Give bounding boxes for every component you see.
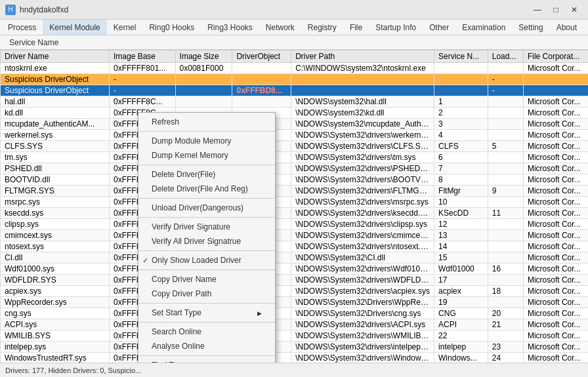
menu-item-registry[interactable]: Registry	[301, 20, 343, 35]
table-cell: CLFS	[434, 141, 488, 152]
context-menu-item-verify-driver-signature[interactable]: Verify Driver Signature	[138, 220, 275, 234]
table-row[interactable]: PSHED.dll0xFFFFF8C...\NDOWS\System32\dri…	[1, 163, 589, 174]
table-cell: 0xFFFBD8...	[232, 85, 291, 96]
menu-item-setting[interactable]: Setting	[512, 20, 549, 35]
table-cell: Suspicious DriverObject	[1, 74, 110, 85]
table-cell	[488, 275, 523, 286]
table-cell: ntosext.sys	[1, 241, 110, 252]
table-row[interactable]: WindowsTrustedRT.sys0xFFFFF8C...\NDOWS\S…	[1, 353, 589, 363]
context-menu-item-refresh[interactable]: Refresh	[138, 115, 275, 129]
menu-item-kernel[interactable]: Kernel	[107, 20, 143, 35]
menu-item-examination[interactable]: Examination	[455, 20, 512, 35]
table-cell: Suspicious DriverObject	[1, 85, 110, 96]
table-row[interactable]: ksecdd.sys0xFFFFF8C...\NDOWS\System32\dr…	[1, 208, 589, 219]
context-menu-item-delete-driver-file-[interactable]: Delete Driver(File)	[138, 167, 275, 182]
table-cell: tm.sys	[1, 152, 110, 163]
table-cell: \NDOWS\System32\drivers\WindowsTrustedRT…	[291, 353, 434, 363]
col-header-image-size[interactable]: Image Size	[175, 50, 232, 63]
menu-item-startup-info[interactable]: Startup Info	[369, 20, 423, 35]
table-row[interactable]: cng.sys0xFFFFF8C...\NDOWS\System32\Drive…	[1, 308, 589, 319]
context-menu-item-find-target[interactable]: Find Target	[138, 358, 275, 363]
table-cell: 6	[434, 152, 488, 163]
table-row[interactable]: CLFS.SYS0xFFFFF8C...\NDOWS\System32\driv…	[1, 141, 589, 152]
menu-item-about[interactable]: About	[550, 20, 583, 35]
table-row[interactable]: Suspicious DriverObject--	[1, 74, 589, 85]
table-cell: 21	[488, 319, 523, 330]
table-cell: PSHED.dll	[1, 163, 110, 174]
table-row[interactable]: kd.dll0xFFFFF8C...\NDOWS\system32\kd.dll…	[1, 108, 589, 119]
table-row[interactable]: FLTMGR.SYS0xFFFFF8C...\NDOWS\System32\dr…	[1, 186, 589, 197]
col-header-file-corporat-[interactable]: File Corporat...	[523, 50, 588, 63]
table-row[interactable]: acpiex.sys0xFFFFF8C...\NDOWS\System32\dr…	[1, 286, 589, 297]
menu-item-file[interactable]: File	[343, 20, 369, 35]
menu-item-other[interactable]: Other	[423, 20, 455, 35]
table-row[interactable]: ACPI.sys0xFFFFF8C...\NDOWS\System32\driv…	[1, 319, 589, 330]
minimize-button[interactable]: —	[529, 3, 546, 16]
context-menu-item-search-online[interactable]: Search Online	[138, 325, 275, 339]
col-header-driver-name[interactable]: Driver Name	[1, 50, 110, 63]
table-scroll[interactable]: Driver NameImage BaseImage SizeDriverObj…	[0, 50, 588, 363]
maximize-button[interactable]: □	[547, 3, 564, 16]
table-row[interactable]: WppRecorder.sys0xFFFFF8C...\NDOWS\System…	[1, 297, 589, 308]
menu-item-network[interactable]: Network	[259, 20, 301, 35]
table-row[interactable]: Wdf01000.sys0xFFFFF8C...\NDOWS\System32\…	[1, 264, 589, 275]
sub-menu-item-service-name[interactable]: Service Name	[1, 35, 66, 49]
table-row[interactable]: WDFLDR.SYS0xFFFFF8C...\NDOWS\System32\dr…	[1, 275, 589, 286]
table-row[interactable]: mcupdate_AuthenticAM...0xFFFFF8C...\NDOW…	[1, 119, 589, 130]
col-header-driverobject[interactable]: DriverObject	[232, 50, 291, 63]
menu-item-process[interactable]: Process	[1, 20, 43, 35]
table-cell: Microsoft Cor...	[523, 275, 588, 286]
driver-table: Driver NameImage BaseImage SizeDriverObj…	[0, 50, 588, 363]
menu-item-ring0-hooks[interactable]: Ring0 Hooks	[142, 20, 201, 35]
context-menu-separator	[138, 322, 275, 323]
context-menu-item-unload-driver-dangerous-[interactable]: Unload Driver(Dangerous)	[138, 201, 275, 215]
table-row[interactable]: intelpep.sys0xFFFFF8C...\NDOWS\System32\…	[1, 342, 589, 353]
table-row[interactable]: BOOTVID.dll0xFFFFF8C...\NDOWS\System32\d…	[1, 174, 589, 186]
context-menu-item-analyse-online[interactable]: Analyse Online	[138, 339, 275, 353]
context-menu-item-copy-driver-name[interactable]: Copy Driver Name	[138, 272, 275, 287]
context-menu-item-dump-kernel-memory[interactable]: Dump Kernel Memory	[138, 148, 275, 163]
menu-item-kernel-module[interactable]: Kernel Module	[43, 20, 106, 35]
table-row[interactable]: hal.dll0xFFFFF8C...\NDOWS\system32\hal.d…	[1, 96, 589, 108]
table-cell: CI.dll	[1, 252, 110, 264]
context-menu-item-delete-driver-file-and-reg-[interactable]: Delete Driver(File And Reg)	[138, 182, 275, 196]
table-cell: \NDOWS\System32\drivers\CLFS.SYS	[291, 141, 434, 152]
table-row[interactable]: werkernel.sys0xFFFFF8C...\NDOWS\System32…	[1, 130, 589, 141]
context-menu-item-verify-all-driver-signatrue[interactable]: Verify All Driver Signatrue	[138, 234, 275, 248]
table-cell: Microsoft Cor...	[523, 264, 588, 275]
table-cell: \NDOWS\System32\Drivers\WppRecorder.sys	[291, 297, 434, 308]
context-menu-item-only-show-loaded-driver[interactable]: Only Show Loaded Driver	[138, 253, 275, 268]
col-header-image-base[interactable]: Image Base	[109, 50, 175, 63]
table-row[interactable]: Suspicious DriverObject-0xFFFBD8...-	[1, 85, 589, 96]
context-menu-separator	[138, 217, 275, 218]
context-menu-item-copy-driver-path[interactable]: Copy Driver Path	[138, 287, 275, 301]
table-cell: ksecdd.sys	[1, 208, 110, 219]
table-row[interactable]: ntoskrnl.exe0xFFFFF801...0x0081F000C:\WI…	[1, 63, 589, 74]
table-row[interactable]: ntosext.sys0xFFFFF8C...\NDOWS\System32\d…	[1, 241, 589, 252]
table-row[interactable]: CI.dll0xFFFFF8C...\NDOWS\System32\CI.dll…	[1, 252, 589, 264]
table-cell	[488, 252, 523, 264]
table-row[interactable]: clipsp.sys0xFFFFF8C...\NDOWS\System32\dr…	[1, 219, 589, 230]
table-header: Driver NameImage BaseImage SizeDriverObj…	[1, 50, 589, 63]
col-header-driver-path[interactable]: Driver Path	[291, 50, 434, 63]
table-row[interactable]: cmimcext.sys0xFFFFF8C...\NDOWS\System32\…	[1, 230, 589, 241]
table-row[interactable]: WMILIB.SYS0xFFFFF8C...\NDOWS\System32\dr…	[1, 330, 589, 342]
table-cell: \NDOWS\System32\drivers\werkernel.sys	[291, 130, 434, 141]
context-menu-item-set-start-type[interactable]: Set Start Type	[138, 306, 275, 320]
context-menu-separator	[138, 269, 275, 270]
col-header-service-n-[interactable]: Service N...	[434, 50, 488, 63]
context-menu-separator	[138, 303, 275, 304]
status-text: Drivers: 177, Hidden Drivers: 0, Suspici…	[5, 367, 141, 374]
table-cell: 10	[434, 197, 488, 208]
context-menu-item-dump-module-memory[interactable]: Dump Module Memory	[138, 134, 275, 148]
close-button[interactable]: ✕	[566, 3, 583, 16]
table-row[interactable]: msrpc.sys0xFFFFF8C...\NDOWS\System32\dri…	[1, 197, 589, 208]
table-cell: ntoskrnl.exe	[1, 63, 110, 74]
table-cell: CNG	[434, 308, 488, 319]
table-cell: 12	[434, 219, 488, 230]
menu-item-ring3-hooks[interactable]: Ring3 Hooks	[201, 20, 259, 35]
table-cell: Microsoft Cor...	[523, 63, 588, 74]
col-header-load-[interactable]: Load...	[488, 50, 523, 63]
table-cell: Microsoft Cor...	[523, 230, 588, 241]
table-row[interactable]: tm.sys0xFFFFF8C...\NDOWS\System32\driver…	[1, 152, 589, 163]
